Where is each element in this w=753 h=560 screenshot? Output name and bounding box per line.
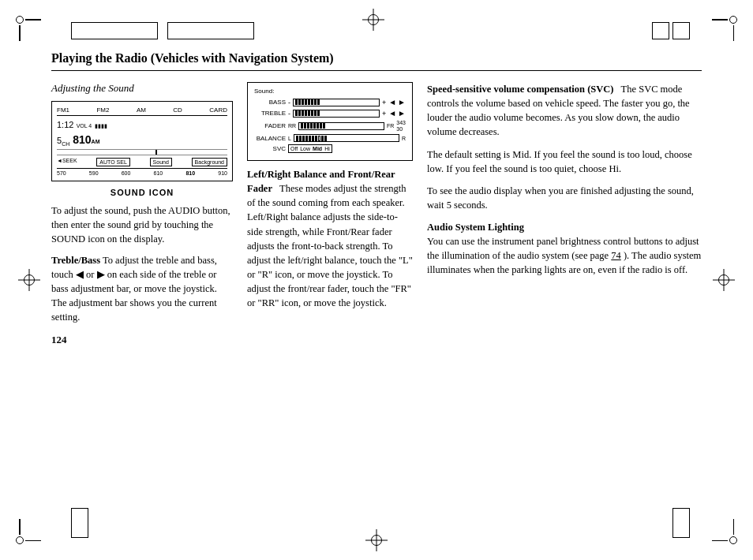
- radio-label-card: CARD: [209, 106, 227, 114]
- arrow-left-treble: ◄: [388, 109, 396, 118]
- radio-vol-bars: ▮▮▮▮: [95, 123, 107, 129]
- svc-low: Low: [300, 146, 310, 151]
- bottom-registration-mark: [371, 535, 382, 546]
- radio-vol-label: VOL 4: [77, 123, 92, 129]
- sound-label-svc: SVC: [254, 145, 286, 152]
- radio-label-fm1: FM1: [57, 106, 69, 114]
- audio-lighting-body: You can use the instrument panel brightn…: [427, 236, 701, 275]
- sound-label-bass: BASS: [254, 99, 286, 106]
- top-right-boxes: [652, 22, 690, 39]
- svc-heading: Speed-sensitive volume compensation (SVC…: [427, 84, 613, 95]
- slider-bars-fader: [301, 123, 325, 129]
- right-registration-mark: [718, 274, 729, 286]
- sound-slider-fader: [298, 122, 384, 130]
- sound-icon-label: SOUND ICON: [51, 188, 233, 197]
- mid-body-heading: Left/Right Balance and Front/Rear Fader …: [247, 167, 413, 310]
- arrow-right-treble: ►: [398, 109, 406, 118]
- radio-top-row: FM1 FM2 AM CD CARD: [57, 106, 227, 116]
- radio-freq-600: 600: [122, 170, 131, 176]
- slider-bars-treble: [295, 110, 320, 116]
- slider-bars-balance: [296, 136, 327, 141]
- sound-label-fader: FADER: [254, 122, 286, 129]
- audio-lighting-heading: Audio System Lighting: [427, 222, 524, 233]
- radio-freq-570: 570: [57, 170, 66, 176]
- radio-label-cd: CD: [173, 106, 182, 114]
- sound-slider-treble: [293, 110, 380, 118]
- arrow-row-bass: ◄ ►: [388, 98, 406, 106]
- radio-frequency: 810AM: [73, 133, 99, 146]
- radio-tuner-row: 570 590 600 610 810 910: [57, 168, 227, 176]
- radio-sound-btn[interactable]: Sound: [150, 158, 172, 166]
- svc-options: Off Low Mid Hi: [288, 144, 332, 153]
- radio-auto-sel-btn[interactable]: AUTO SEL: [96, 158, 130, 166]
- sound-diagram: Sound: BASS - + ◄: [247, 82, 413, 161]
- radio-channel-freq: 5CH 810AM: [57, 133, 227, 147]
- arrow-left-bass: ◄: [388, 98, 396, 106]
- sound-arrows-treble: ◄ ►: [388, 109, 406, 118]
- sound-slider-bass: [293, 99, 380, 106]
- radio-freq-row: 1:12 VOL 4 ▮▮▮▮: [57, 118, 227, 131]
- treble-bass-heading: Treble/Bass: [51, 255, 100, 266]
- columns-layout: Adjusting the Sound FM1 FM2 AM CD CARD 1…: [51, 82, 702, 346]
- left-body-treble-bass: Treble/Bass To adjust the treble and bas…: [51, 253, 233, 325]
- sound-r-balance: R: [402, 136, 406, 141]
- arrow-right-bass: ►: [398, 98, 406, 106]
- radio-channel: 5CH: [57, 136, 69, 147]
- radio-label-am: AM: [137, 106, 146, 114]
- main-content: Playing the Radio (Vehicles with Navigat…: [51, 51, 702, 517]
- sound-row-bass: BASS - + ◄ ►: [254, 98, 406, 106]
- sound-plus-treble: +: [382, 110, 386, 118]
- audio-lighting-section: Audio System Lighting You can use the in…: [427, 220, 702, 278]
- sound-plus-bass: +: [382, 99, 386, 106]
- mid-body-text: These modes adjust the strength of the s…: [247, 183, 413, 308]
- sound-minus-bass: -: [288, 99, 290, 106]
- left-column: Adjusting the Sound FM1 FM2 AM CD CARD 1…: [51, 82, 233, 346]
- radio-buttons-row: ◄SEEK AUTO SEL Sound Background: [57, 158, 227, 166]
- radio-freq-910: 910: [218, 170, 227, 176]
- left-body-text-adjust-sound: To adjust the sound, push the AUDIO butt…: [51, 203, 233, 246]
- radio-time: 1:12: [57, 120, 73, 129]
- radio-scale-bar: [57, 149, 227, 155]
- corner-mark-bl: [16, 532, 28, 544]
- sound-fr-fader: FR: [387, 123, 394, 129]
- arrow-row-treble: ◄ ►: [388, 109, 406, 118]
- sound-row-treble: TREBLE - + ◄ ►: [254, 109, 406, 118]
- radio-freq-610: 610: [154, 170, 163, 176]
- sound-row-svc: SVC Off Low Mid Hi: [254, 144, 406, 153]
- sound-diagram-title: Sound:: [254, 88, 406, 95]
- section-heading-adjusting-sound: Adjusting the Sound: [51, 82, 233, 95]
- radio-seek-btn: ◄SEEK: [57, 158, 77, 166]
- sound-rr-fader: RR: [288, 123, 296, 129]
- radio-time-vol: 1:12 VOL 4 ▮▮▮▮: [57, 118, 107, 131]
- radio-label-fm2: FM2: [96, 106, 109, 114]
- corner-mark-br: [725, 532, 737, 544]
- sound-row-balance: BALANCE L R: [254, 134, 406, 142]
- svc-default-text: The default setting is Mid. If you feel …: [427, 147, 702, 176]
- slider-bars-bass: [295, 99, 320, 105]
- svc-mid: Mid: [313, 146, 322, 151]
- radio-background-btn[interactable]: Background: [192, 158, 227, 166]
- fader-indicators: 343 30: [396, 120, 406, 132]
- radio-freq-810: 810: [185, 170, 195, 176]
- radio-diagram: FM1 FM2 AM CD CARD 1:12 VOL 4 ▮▮▮▮ 5CH 8…: [51, 101, 233, 181]
- header-rectangles: [71, 22, 254, 39]
- radio-freq-590: 590: [89, 170, 99, 176]
- svc-off: Off: [290, 146, 298, 151]
- page-number: 124: [51, 334, 233, 346]
- sound-slider-balance: [294, 134, 399, 142]
- page-title: Playing the Radio (Vehicles with Navigat…: [51, 51, 702, 71]
- sound-arrows-bass: ◄ ►: [388, 98, 406, 106]
- middle-column: Sound: BASS - + ◄: [247, 82, 413, 316]
- page-link[interactable]: 74: [611, 250, 621, 261]
- sound-label-balance: BALANCE: [254, 135, 286, 142]
- sound-minus-treble: -: [288, 110, 290, 118]
- right-column: Speed-sensitive volume compensation (SVC…: [427, 82, 702, 286]
- sound-row-fader: FADER RR FR 343 30: [254, 120, 406, 132]
- svc-description: Speed-sensitive volume compensation (SVC…: [427, 82, 702, 140]
- audio-display-body: To see the audio display when you are fi…: [427, 185, 694, 211]
- sound-label-treble: TREBLE: [254, 110, 286, 117]
- audio-display-text: To see the audio display when you are fi…: [427, 184, 702, 212]
- left-registration-mark: [24, 274, 35, 286]
- sound-l-balance: L: [288, 136, 291, 141]
- svc-hi: Hi: [324, 146, 330, 151]
